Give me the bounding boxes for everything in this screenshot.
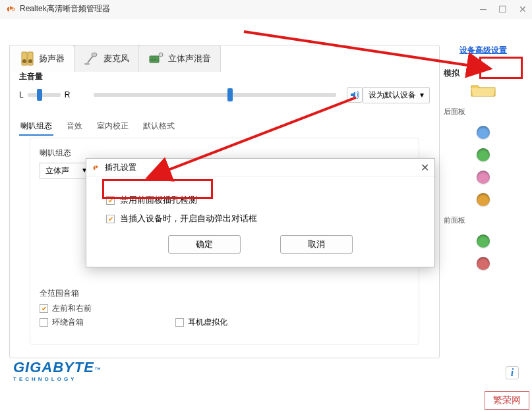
volume-label: 主音量: [19, 71, 43, 82]
set-default-label: 设为默认设备: [369, 90, 416, 101]
speaker-icon: [19, 51, 35, 67]
sub-tabs: 喇叭组态 音效 室内校正 默认格式: [19, 118, 176, 136]
tab-speaker-label: 扬声器: [39, 53, 65, 65]
set-default-select[interactable]: 设为默认设备 ▾: [363, 87, 430, 103]
checkbox-headphone-virt[interactable]: 耳机虚拟化: [175, 317, 227, 328]
window-titlebar: Realtek高清晰音频管理器 ─ ☐ ✕: [0, 0, 532, 18]
dialog-titlebar: 插孔设置 ✕: [86, 159, 434, 177]
tab-mic-label: 麦克风: [103, 53, 129, 65]
tab-stereomix-label: 立体声混音: [168, 53, 211, 65]
balance-right-label: R: [65, 90, 71, 99]
dialog-close-button[interactable]: ✕: [421, 161, 429, 174]
svg-point-8: [159, 53, 163, 57]
folder-icon[interactable]: [470, 82, 496, 97]
tab-stereomix[interactable]: 立体声混音: [138, 45, 221, 72]
annotation-box-folder: [479, 57, 523, 79]
checkbox-headphone-label: 耳机虚拟化: [188, 317, 227, 328]
balance-left-label: L: [19, 90, 24, 99]
app-icon: [5, 4, 16, 14]
balance-control: L R: [19, 90, 70, 99]
dialog-title: 插孔设置: [105, 162, 136, 173]
mic-icon: [84, 51, 100, 67]
back-panel-label: 后面板: [444, 107, 523, 117]
sound-icon: [349, 90, 360, 100]
jack-front-red[interactable]: [477, 257, 490, 270]
svg-point-6: [84, 63, 90, 65]
device-tabs: 扬声器 麦克风 立体声混音: [9, 45, 220, 72]
config-select-value: 立体声: [45, 165, 69, 177]
subtab-format[interactable]: 默认格式: [142, 118, 176, 136]
svg-rect-7: [150, 56, 159, 63]
tab-mic[interactable]: 麦克风: [74, 45, 139, 72]
advanced-settings-link[interactable]: 设备高级设置: [444, 45, 523, 56]
config-label: 喇叭组态: [40, 148, 409, 159]
cancel-button[interactable]: 取消: [280, 235, 353, 254]
svg-point-4: [28, 59, 32, 63]
watermark: 繁荣网: [485, 391, 529, 410]
checkbox-icon: [40, 304, 48, 313]
jack-front-green[interactable]: [477, 234, 490, 248]
chevron-down-icon: ▾: [420, 90, 424, 99]
svg-point-2: [22, 59, 26, 63]
stereomix-icon: [148, 51, 164, 67]
minimize-button[interactable]: ─: [480, 4, 487, 14]
checkbox-surround-label: 环绕音箱: [52, 317, 84, 328]
checkbox-front-lr[interactable]: 左前和右前: [40, 303, 92, 314]
jack-blue[interactable]: [477, 126, 490, 139]
close-button[interactable]: ✕: [519, 4, 527, 14]
balance-slider[interactable]: [28, 93, 61, 97]
fullrange-label: 全范围音箱: [40, 288, 92, 299]
app-icon: [92, 163, 101, 173]
checkbox-auto-popup[interactable]: 当插入设备时，开启自动弹出对话框: [106, 213, 415, 225]
dialog-buttons: 确定 取消: [106, 235, 415, 254]
right-column: 设备高级设置 模拟 后面板 前面板: [444, 45, 523, 358]
volume-section: 主音量 L R 设为默认设备 ▾: [19, 82, 430, 108]
checkbox-icon: [106, 215, 115, 223]
config-select[interactable]: 立体声 ▾: [40, 163, 92, 179]
ok-button[interactable]: 确定: [168, 235, 241, 254]
info-button[interactable]: i: [506, 366, 519, 379]
checkbox-icon: [40, 318, 48, 327]
jack-orange[interactable]: [477, 193, 490, 206]
tab-speaker[interactable]: 扬声器: [9, 45, 74, 72]
fullrange-group: 全范围音箱 左前和右前 环绕音箱: [40, 288, 92, 331]
subtab-room[interactable]: 室内校正: [96, 118, 130, 136]
checkbox-surround[interactable]: 环绕音箱: [40, 317, 92, 328]
front-panel-label: 前面板: [444, 215, 523, 225]
maximize-button[interactable]: ☐: [498, 4, 507, 14]
mute-button[interactable]: [347, 87, 363, 103]
jack-settings-dialog: 插孔设置 ✕ 禁用前面板插孔检测 当插入设备时，开启自动弹出对话框 确定 取消: [86, 158, 435, 267]
jack-pink[interactable]: [477, 171, 490, 184]
subtab-effects[interactable]: 音效: [65, 118, 84, 136]
opt2-label: 当插入设备时，开启自动弹出对话框: [120, 213, 257, 225]
jack-green[interactable]: [477, 148, 490, 161]
annotation-box-option: [102, 179, 213, 199]
checkbox-icon: [175, 318, 184, 327]
svg-point-0: [12, 8, 15, 11]
analog-section: 模拟 后面板 前面板: [444, 68, 523, 270]
window-title: Realtek高清晰音频管理器: [20, 3, 480, 14]
checkbox-front-lr-label: 左前和右前: [52, 303, 92, 314]
brand-logo: GIGABYTE™ TECHNOLOGY: [13, 359, 102, 382]
subtab-config[interactable]: 喇叭组态: [19, 118, 53, 136]
main-volume-slider[interactable]: [94, 93, 336, 97]
